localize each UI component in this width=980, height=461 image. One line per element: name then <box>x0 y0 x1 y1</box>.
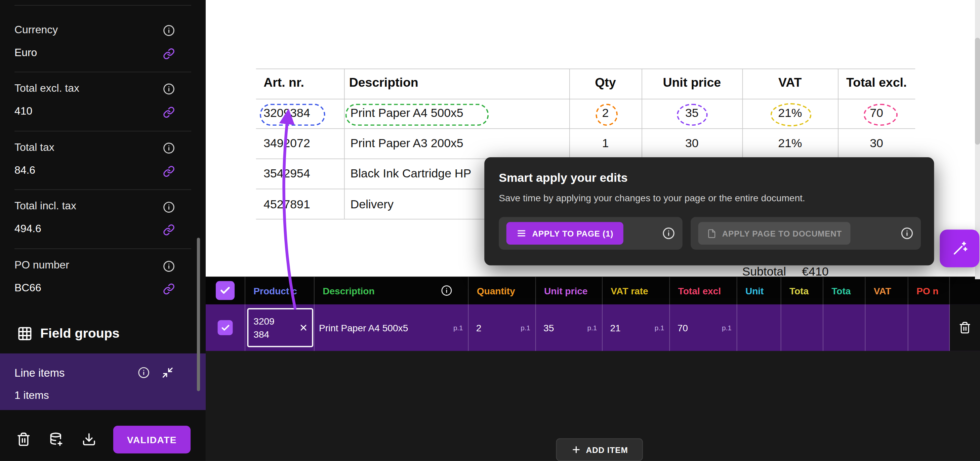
delete-document-button[interactable] <box>16 432 31 447</box>
document-scrollbar-thumb[interactable] <box>975 38 980 145</box>
app-root: Art. nr. Description Qty Unit price VAT … <box>0 0 980 461</box>
highlight-qty[interactable] <box>595 104 618 126</box>
sidebar-group-line-items[interactable]: Line items 1 items <box>0 353 206 410</box>
info-icon[interactable] <box>163 201 175 213</box>
cell-vat[interactable] <box>865 304 908 351</box>
sidebar-scrollbar[interactable] <box>197 238 200 391</box>
download-icon <box>82 432 96 447</box>
doc-cell: 3492072 <box>264 137 310 150</box>
collapse-icon[interactable] <box>162 367 174 379</box>
cell-quantity[interactable]: 2 p.1 <box>468 304 536 351</box>
cell-value: 70 <box>678 322 688 333</box>
cell-total-2[interactable] <box>823 304 865 351</box>
column-header-description[interactable]: Description <box>315 277 469 304</box>
doc-cell: 30 <box>838 137 915 150</box>
info-icon[interactable] <box>163 261 175 272</box>
link-icon[interactable] <box>163 106 175 118</box>
cell-description[interactable]: Print Paper A4 500x5 p.1 <box>315 304 469 351</box>
file-icon <box>707 229 716 238</box>
fields-sidebar: Currency Euro Total excl. tax 410 Total … <box>0 0 206 461</box>
info-icon[interactable] <box>163 24 175 37</box>
cell-product-code[interactable]: 3209 384 <box>245 304 315 351</box>
info-icon[interactable] <box>901 227 913 240</box>
download-button[interactable] <box>82 432 96 447</box>
page-ref-badge: p.1 <box>587 324 597 331</box>
column-header-total-excl[interactable]: Total excl <box>670 277 737 304</box>
delete-row-button[interactable] <box>958 321 971 334</box>
column-header-po-number[interactable]: PO n <box>908 277 950 304</box>
magic-wand-button[interactable] <box>940 229 979 267</box>
doc-cell: Black Ink Cartridge HP <box>350 167 471 180</box>
cell-vat-rate[interactable]: 21 p.1 <box>603 304 670 351</box>
column-header-total-2[interactable]: Tota <box>823 277 865 304</box>
field-value[interactable]: 494.6 <box>14 223 41 235</box>
column-header-vat-rate[interactable]: VAT rate <box>603 277 670 304</box>
column-header-product-code[interactable]: Product c <box>245 277 315 304</box>
info-icon[interactable] <box>138 367 150 379</box>
apply-page-to-document-label: APPLY PAGE TO DOCUMENT <box>722 229 842 238</box>
link-icon[interactable] <box>163 283 175 295</box>
cell-total-1[interactable] <box>781 304 823 351</box>
check-icon <box>220 285 231 296</box>
doc-col-header: Qty <box>569 76 641 90</box>
validate-button[interactable]: VALIDATE <box>113 426 191 453</box>
grid-line <box>344 68 345 219</box>
row-select-cell <box>206 304 245 351</box>
field-value[interactable]: Euro <box>14 47 37 59</box>
page-ref-badge: p.1 <box>655 324 664 331</box>
info-icon[interactable] <box>163 83 175 95</box>
column-header-unit[interactable]: Unit <box>737 277 781 304</box>
info-icon <box>662 227 675 240</box>
link-icon[interactable] <box>163 48 175 60</box>
smart-apply-popup: Smart apply your edits Save time by appl… <box>484 157 934 265</box>
column-header-total-1[interactable]: Tota <box>781 277 823 304</box>
trash-icon <box>16 432 31 447</box>
apply-page-to-document-button[interactable]: APPLY PAGE TO DOCUMENT <box>698 222 851 245</box>
cell-value: Print Paper A4 500x5 <box>319 322 408 333</box>
cell-po-number[interactable] <box>908 304 950 351</box>
grid-line <box>256 99 915 99</box>
product-code-editor[interactable]: 3209 384 <box>247 308 313 347</box>
highlight-description[interactable] <box>345 104 489 126</box>
export-data-button[interactable] <box>49 432 64 447</box>
highlight-unit-price[interactable] <box>677 104 708 126</box>
line-items-header: Product c Description Quantity Unit pric… <box>206 277 980 304</box>
link-icon[interactable] <box>163 224 175 236</box>
select-all-checkbox[interactable] <box>216 281 235 300</box>
column-header-unit-price[interactable]: Unit price <box>536 277 603 304</box>
apply-to-page-group: APPLY TO PAGE (1) <box>499 217 682 250</box>
divider <box>14 131 191 131</box>
info-icon[interactable] <box>163 142 175 154</box>
info-icon[interactable] <box>441 285 452 296</box>
column-header-vat[interactable]: VAT <box>865 277 908 304</box>
add-item-button[interactable]: ADD ITEM <box>556 439 643 461</box>
grid-line <box>256 68 915 69</box>
apply-to-page-button[interactable]: APPLY TO PAGE (1) <box>506 222 624 245</box>
info-icon[interactable] <box>662 227 675 240</box>
add-item-label: ADD ITEM <box>586 445 628 454</box>
highlight-total[interactable] <box>864 104 898 126</box>
column-header-label: Unit price <box>544 285 587 296</box>
highlight-art-nr[interactable] <box>260 104 325 126</box>
clear-icon[interactable] <box>299 323 308 332</box>
cell-value: 35 <box>543 322 554 333</box>
apply-to-document-group: APPLY PAGE TO DOCUMENT <box>690 217 921 250</box>
doc-cell: 30 <box>641 137 742 150</box>
doc-cell: 21% <box>742 137 838 150</box>
row-checkbox[interactable] <box>218 320 233 335</box>
field-value[interactable]: BC66 <box>14 281 41 294</box>
field-value[interactable]: 84.6 <box>14 164 35 176</box>
column-header-quantity[interactable]: Quantity <box>468 277 536 304</box>
cell-total-excl[interactable]: 70 p.1 <box>670 304 737 351</box>
field-label: PO number <box>14 259 69 272</box>
link-icon[interactable] <box>163 165 175 177</box>
info-icon <box>901 227 913 240</box>
doc-col-header: Total excl. <box>838 76 915 90</box>
highlight-vat[interactable] <box>771 103 811 126</box>
page-ref-badge: p.1 <box>520 324 530 331</box>
cell-unit[interactable] <box>737 304 781 351</box>
column-header-label: VAT rate <box>611 285 648 296</box>
column-header-label: Product c <box>253 285 297 296</box>
field-value[interactable]: 410 <box>14 105 32 118</box>
cell-unit-price[interactable]: 35 p.1 <box>536 304 603 351</box>
